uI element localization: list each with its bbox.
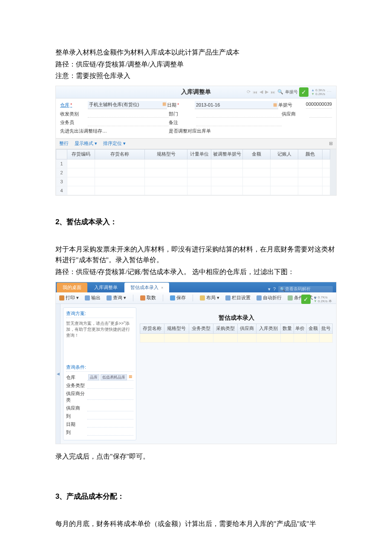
filter-vendor-label: 供应商 (66, 405, 87, 411)
col-name[interactable]: 存货名称 (140, 324, 164, 333)
col-vendor[interactable]: 供应商 (238, 324, 257, 333)
table-row (140, 333, 333, 342)
docno-input[interactable]: 0000000039 (306, 101, 332, 109)
tabbar: 我的桌面 入库调整单 暂估成本录入× ▾ ? 🔍 查看条码解析 (56, 282, 336, 292)
estimate-grid[interactable]: 存货名称 规格型号 业务类型 采购类型 供应商 入库类别 数量 单价 金额 批号 (140, 324, 333, 343)
lookup-icon[interactable]: ▦ (162, 101, 166, 106)
detail-grid[interactable]: 存货编码 存货名称 规格型号 计量单位 被调整单据号 金额 记账人 颜色 1 2… (56, 149, 330, 195)
calendar-icon[interactable]: ▦ (273, 102, 277, 107)
col-spec[interactable]: 规格型号 (164, 324, 189, 333)
sort-btn[interactable]: 排序定位 ▾ (103, 140, 126, 147)
col-book[interactable]: 记账人 (271, 149, 298, 159)
query-cond-title: 查询条件: (66, 364, 133, 372)
filter-date-label: 日期 (66, 421, 87, 428)
next-icon[interactable]: ▶ (265, 89, 269, 95)
export-button[interactable]: 输出 (85, 295, 101, 301)
dept-input[interactable] (196, 110, 282, 118)
operator-label: 业务员 (60, 119, 88, 126)
section-3-heading: 3、产成品成本分配： (55, 491, 337, 501)
vscrollbar[interactable] (330, 149, 336, 195)
col-amt[interactable]: 金额 (307, 324, 320, 333)
grid-toolbar: 整行 显示格式 ▾ 排序定位 ▾ ⊞ (56, 138, 336, 149)
col-name[interactable]: 存货名称 (95, 149, 145, 159)
last-icon[interactable]: ⏭ (270, 90, 276, 95)
confirm-check-icon[interactable]: ✓ (301, 295, 311, 304)
warehouse-label[interactable]: 仓库* (60, 101, 88, 108)
docno-label: 单据号 (278, 101, 306, 108)
filter-cat-input[interactable] (87, 393, 133, 400)
col-batch[interactable]: 批号 (320, 324, 333, 333)
dropdown-icon[interactable]: ▾ (268, 286, 271, 292)
net-speed-indicator: 0.3K/s 0.2K/s (311, 88, 325, 96)
first-icon[interactable]: ⏮ (252, 90, 258, 95)
form-header: 仓库* 手机主辅料仓库(有货位) ▦ 日期* 2013-01-16▦ 单据号 0… (56, 98, 336, 138)
col-intype[interactable]: 入库类别 (256, 324, 280, 333)
rcv-input[interactable] (88, 110, 169, 118)
fifo-label: 先进先出法调整结存… (60, 127, 107, 134)
main-panel: ✓ 0.7K/s 0.2K/s 本 暂估成本录入 存货名称 规格型号 业务类型 … (139, 304, 336, 444)
table-row: 2 (56, 168, 330, 177)
filter-to2-input[interactable] (87, 429, 133, 436)
col-adjno[interactable]: 被调整单据号 (211, 149, 243, 159)
intro-line-1: 整单录入材料总金额作为材料入库成本以此计算产品生产成本 (55, 47, 337, 58)
tab-adjust[interactable]: 入库调整单 (88, 283, 124, 292)
section-2-heading: 2、暂估成本录入： (55, 217, 337, 227)
col-qty[interactable]: 数量 (281, 324, 294, 333)
filter-biz-label: 业务类型 (66, 382, 87, 389)
query-plan-tip: 暂无查询方案，请点击"更多>>"添加，有助于您更加方便快捷的进行查询！ (66, 321, 133, 338)
screenshot-inbound-adjust: 入库调整单 ⟳ ⏮ ◀ ▶ ⏭ 🔍 单据号 ✓ 0.3K/s 0.2K/s ⋯ (55, 86, 337, 196)
global-search[interactable]: 🔍 查看条码解析 (278, 286, 333, 292)
date-input[interactable]: 2013-01-16▦ (195, 101, 278, 109)
print-button[interactable]: 打印 ▾ (59, 295, 79, 301)
filter-to1-label: 到 (66, 413, 87, 419)
expand-icon[interactable]: ⊞ (329, 141, 333, 146)
vendor-input[interactable] (309, 110, 332, 118)
col-price[interactable]: 单价 (294, 324, 306, 333)
filter-to1-input[interactable] (87, 413, 133, 419)
lookup-icon[interactable]: ▦ (129, 374, 133, 380)
fmt-btn[interactable]: 显示格式 ▾ (75, 140, 97, 147)
refresh-icon[interactable]: ⟳ (246, 89, 251, 95)
col-code[interactable]: 存货编码 (67, 149, 95, 159)
col-spec[interactable]: 规格型号 (145, 149, 187, 159)
collapse-handle[interactable]: ◀ (56, 304, 61, 444)
filter-wh-input[interactable]: 品库 低值易耗品库 ▦ (87, 374, 133, 381)
filter-to2-label: 到 (66, 429, 87, 436)
col-color[interactable]: 颜色 (298, 149, 322, 159)
col-amt[interactable]: 金额 (243, 149, 271, 159)
cols-button[interactable]: 栏目设置 (225, 295, 251, 301)
table-row: 4 (56, 186, 330, 195)
warehouse-input[interactable]: 手机主辅料仓库(有货位) ▦ (88, 101, 167, 109)
dept-label: 部门 (169, 110, 196, 117)
help-icon[interactable]: ? (273, 286, 276, 292)
remark-input[interactable] (196, 119, 282, 126)
layout-button[interactable]: 布局 ▾ (200, 295, 219, 301)
filter-cat-label: 供应商分类 (66, 390, 87, 403)
filter-wh-label: 仓库 (66, 374, 87, 381)
prev-icon[interactable]: ◀ (259, 89, 263, 95)
docno-mini-label: 单据号 (285, 89, 298, 95)
rows-btn[interactable]: 整行 (59, 140, 69, 147)
section-2-p1: 对于本月采购发票未开来的入库材料，即没有进行采购结算的材料，在月底财务需要对这类… (55, 244, 337, 266)
filter-date-input[interactable] (87, 421, 133, 428)
rcv-label: 收发类别 (60, 110, 88, 117)
query-plan-title: 查询方案: (66, 310, 133, 318)
grid-header-row: 存货名称 规格型号 业务类型 采购类型 供应商 入库类别 数量 单价 金额 批号 (140, 324, 333, 333)
search-icon[interactable]: 🔍 (277, 89, 284, 95)
after-shot2: 录入完成后，点击"保存"即可。 (55, 451, 337, 462)
filter-vendor-input[interactable] (87, 405, 133, 411)
more-icon[interactable]: ⋯ (326, 89, 332, 95)
operator-input[interactable] (88, 119, 169, 126)
tab-estimate[interactable]: 暂估成本录入× (124, 283, 169, 292)
confirm-check-icon[interactable]: ✓ (299, 87, 308, 97)
tab-desktop[interactable]: 我的桌面 (57, 283, 87, 292)
col-biz[interactable]: 业务类型 (189, 324, 213, 333)
query-button[interactable]: 查询 ▾ (107, 295, 126, 301)
cancel-button[interactable]: 取数 (140, 295, 156, 301)
filter-biz-input[interactable] (87, 382, 133, 389)
col-uom[interactable]: 计量单位 (187, 149, 211, 159)
close-icon[interactable]: × (161, 286, 163, 290)
wrap-button[interactable]: 自动折行 (257, 295, 282, 301)
save-button[interactable]: 保存 (170, 295, 186, 301)
col-ptype[interactable]: 采购类型 (213, 324, 237, 333)
